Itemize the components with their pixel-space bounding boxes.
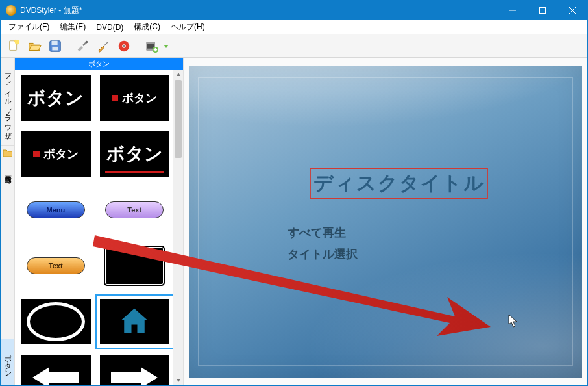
window-title: DVDStyler - 無題* [20, 5, 498, 16]
menu-canvas[interactable]: ディスクタイトル すべて再生 タイトル選択 [184, 58, 587, 385]
body: ファイルブラウザー 背景画像 ボタン ボタン ボタン ボタン ボタン ボタン M… [1, 58, 587, 385]
side-tab-file-browser[interactable]: ファイルブラウザー [1, 58, 14, 146]
minimize-button[interactable] [498, 1, 528, 20]
svg-point-9 [123, 45, 125, 47]
menu-edit[interactable]: 編集(E) [55, 20, 91, 34]
disc-title-text[interactable]: ディスクタイトル [310, 168, 488, 199]
maximize-button[interactable] [528, 1, 557, 20]
tool-add-clip-dropdown[interactable] [163, 37, 169, 55]
tool-burn-icon[interactable] [115, 37, 133, 55]
app-icon [6, 5, 16, 16]
buttons-grid[interactable]: ボタン ボタン ボタン ボタン Menu Text Text Text Tex [15, 70, 173, 385]
scroll-up-icon[interactable] [173, 70, 183, 80]
panel-scrollbar[interactable] [173, 70, 183, 385]
svg-rect-4 [52, 40, 58, 44]
toolbar [1, 34, 587, 58]
btn-template-label-small-dot[interactable]: ボタン [98, 73, 172, 123]
btn-template-text-orange[interactable]: Text [19, 241, 93, 290]
tool-open-icon[interactable] [25, 37, 43, 55]
btn-template-ellipse[interactable] [19, 297, 93, 346]
menu-title-select[interactable]: タイトル選択 [288, 246, 358, 262]
window-controls [498, 1, 587, 20]
side-tabs: ファイルブラウザー 背景画像 ボタン [1, 58, 15, 385]
tool-new-icon[interactable] [5, 37, 23, 55]
titlebar[interactable]: DVDStyler - 無題* [1, 1, 587, 20]
scroll-track[interactable] [173, 80, 183, 375]
btn-template-label-big[interactable]: ボタン [19, 73, 93, 123]
panel-title: ボタン [15, 58, 183, 70]
mouse-cursor-icon [508, 314, 519, 328]
tool-options-icon[interactable] [94, 37, 112, 55]
svg-rect-11 [147, 42, 155, 44]
side-tab-buttons[interactable]: ボタン [1, 339, 14, 385]
btn-template-menu-blue[interactable]: Menu [19, 185, 93, 235]
menu-config[interactable]: 構成(C) [129, 20, 165, 34]
svg-rect-0 [540, 8, 546, 14]
menu-help[interactable]: ヘルプ(H) [165, 20, 210, 34]
btn-template-home[interactable] [98, 297, 172, 346]
menu-play-all[interactable]: すべて再生 [288, 225, 346, 240]
btn-template-arrow-right[interactable] [98, 353, 172, 385]
close-button[interactable] [557, 1, 587, 20]
safe-area-frame [198, 77, 573, 366]
btn-template-label-small-dot2[interactable]: ボタン [19, 129, 93, 179]
btn-template-frame[interactable] [98, 241, 172, 290]
btn-template-label-underline[interactable]: ボタン [98, 129, 172, 179]
svg-point-6 [86, 40, 88, 43]
svg-point-2 [15, 39, 19, 44]
buttons-panel: ボタン ボタン ボタン ボタン ボタン Menu Text Text [15, 58, 184, 385]
app-window: DVDStyler - 無題* ファイル(F) 編集(E) DVD(D) 構成(… [0, 0, 588, 386]
tool-save-icon[interactable] [46, 37, 64, 55]
side-tab-bg-images[interactable]: 背景画像 [1, 160, 14, 181]
btn-template-arrow-left[interactable] [19, 353, 93, 385]
svg-rect-5 [52, 46, 58, 50]
tool-settings-icon[interactable] [73, 37, 92, 55]
menu-file[interactable]: ファイル(F) [3, 20, 55, 34]
folder-icon[interactable] [1, 146, 14, 160]
scroll-thumb[interactable] [175, 80, 182, 158]
menubar: ファイル(F) 編集(E) DVD(D) 構成(C) ヘルプ(H) [1, 20, 587, 34]
menu-preview[interactable]: ディスクタイトル すべて再生 タイトル選択 [189, 66, 582, 378]
scroll-down-icon[interactable] [173, 375, 183, 385]
tool-add-clip-icon[interactable] [142, 37, 160, 55]
menu-dvd[interactable]: DVD(D) [91, 21, 129, 33]
btn-template-text-purple[interactable]: Text [98, 185, 172, 235]
